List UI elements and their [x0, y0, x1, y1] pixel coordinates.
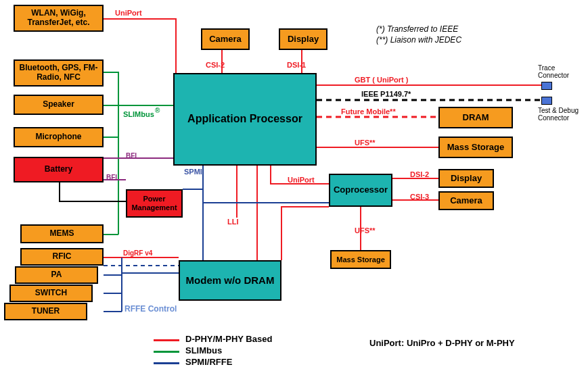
legend-swatch-dphy: [154, 339, 179, 341]
label-ieee-p1149: IEEE P1149.7*: [361, 90, 411, 98]
legend-spmi: SPMI/RFFE: [185, 357, 232, 367]
label-bfi-1: BFI: [126, 152, 137, 159]
label-gbt: GBT ( UniPort ): [355, 76, 408, 84]
label-trace-connector: Trace Connector: [538, 64, 579, 79]
block-power-mgmt: Power Management: [126, 189, 183, 218]
block-battery: Battery: [14, 157, 104, 182]
legend-uniport: UniPort: UniPro + D-PHY or M-PHY: [369, 338, 515, 348]
label-spmi: SPMI: [184, 168, 202, 176]
label-csi3: CSI-3: [410, 193, 429, 201]
block-camera-right: Camera: [438, 191, 494, 210]
label-digrf: DigRF v4: [123, 249, 152, 257]
block-microphone: Microphone: [14, 127, 104, 147]
block-coprocessor: Coprocessor: [329, 174, 392, 207]
block-wlan: WLAN, WiGig, TransferJet, etc.: [14, 5, 104, 32]
block-rfic: RFIC: [20, 248, 104, 266]
block-switch: SWITCH: [9, 285, 93, 302]
block-modem: Modem w/o DRAM: [179, 260, 281, 301]
label-lli: LLI: [227, 218, 239, 226]
label-rffe: RFFE Control: [125, 304, 177, 314]
block-app-processor: Application Processor: [173, 73, 317, 166]
block-mass-storage-2: Mass Storage: [330, 250, 391, 269]
label-future-mobile: Future Mobile**: [341, 107, 396, 116]
block-speaker: Speaker: [14, 95, 104, 115]
debug-connector-icon: [541, 97, 552, 105]
block-bluetooth: Bluetooth, GPS, FM-Radio, NFC: [14, 59, 104, 87]
block-display-right: Display: [438, 169, 494, 188]
label-slimbus: SLIMbus: [123, 110, 154, 118]
block-pa: PA: [15, 266, 98, 284]
label-dsi1: DSI-1: [287, 61, 306, 69]
label-debug-connector: Test & Debug Connector: [538, 107, 585, 122]
label-bfi-2: BFI: [106, 174, 117, 181]
label-dsi2: DSI-2: [410, 170, 429, 178]
block-mems: MEMS: [20, 224, 104, 243]
legend-dphy: D-PHY/M-PHY Based: [185, 334, 272, 344]
label-uniport-mid: UniPort: [288, 176, 315, 184]
label-ufs2: UFS**: [355, 226, 376, 235]
legend-swatch-slimbus: [154, 351, 179, 353]
label-uniport-top: UniPort: [115, 9, 142, 17]
legend-swatch-spmi: [154, 362, 179, 364]
block-dram: DRAM: [438, 107, 513, 128]
block-display-top: Display: [279, 28, 327, 50]
block-mass-storage: Mass Storage: [438, 137, 513, 158]
block-tuner: TUNER: [4, 303, 87, 320]
legend-slimbus: SLIMbus: [185, 345, 222, 355]
block-camera-top: Camera: [201, 28, 250, 50]
label-ufs1: UFS**: [355, 139, 376, 147]
note-jedec: (**) Liaison with JEDEC: [376, 35, 461, 45]
trace-connector-icon: [541, 82, 552, 90]
label-csi2: CSI-2: [206, 61, 225, 69]
note-ieee: (*) Transferred to IEEE: [376, 24, 458, 34]
wiring-layer: [0, 0, 588, 369]
label-slimbus-reg: ®: [155, 107, 160, 114]
